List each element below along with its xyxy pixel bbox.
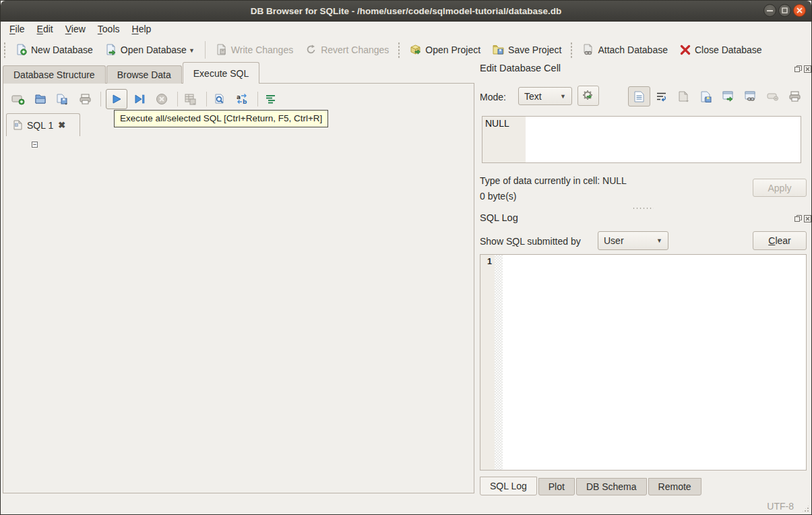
auto-mode-button[interactable]	[577, 86, 599, 106]
cell-toolbar	[628, 86, 806, 107]
float-panel-icon[interactable]	[794, 65, 802, 73]
export-data-icon[interactable]	[695, 86, 717, 107]
sql-file-icon	[13, 120, 22, 130]
sql-log-area[interactable]: 1	[480, 254, 807, 471]
sql-tab-label: SQL 1	[27, 120, 53, 131]
apply-button[interactable]: Apply	[753, 179, 807, 197]
dock-tab-plot[interactable]: Plot	[538, 478, 575, 495]
dock-tab-db-schema[interactable]: DB Schema	[576, 478, 647, 495]
open-database-icon	[105, 44, 117, 55]
execute-all-icon[interactable]	[106, 89, 127, 109]
cell-size-info: 0 byte(s)	[480, 191, 516, 202]
menu-edit[interactable]: Edit	[31, 22, 59, 36]
write-changes-button[interactable]: Write Changes	[210, 41, 299, 58]
encoding-status: UTF-8	[767, 501, 794, 512]
close-database-button[interactable]: Close Database	[674, 42, 768, 58]
close-panel-icon[interactable]	[804, 215, 811, 222]
sql-tab-close-icon[interactable]: ✖	[58, 120, 65, 130]
save-project-icon	[493, 44, 504, 55]
close-button[interactable]	[793, 4, 806, 17]
toolbar-drag-handle[interactable]	[570, 42, 573, 58]
chevron-down-icon: ▼	[560, 93, 566, 100]
open-sql-file-icon[interactable]	[32, 91, 49, 107]
main-view-tabs: Database Structure Browse Data Execute S…	[3, 63, 260, 84]
minimize-button[interactable]	[763, 4, 776, 17]
tab-browse-data[interactable]: Browse Data	[106, 65, 182, 84]
attach-database-button[interactable]: Attach Database	[576, 41, 674, 58]
menu-file[interactable]: File	[3, 22, 31, 36]
sql-log-title: SQL Log	[480, 212, 518, 223]
edit-cell-dock-buttons	[794, 65, 811, 73]
sql-toolbar-separator	[257, 92, 258, 107]
dock-tabs: SQL Log Plot DB Schema Remote	[480, 478, 703, 495]
close-database-icon	[680, 44, 691, 55]
dock-tab-sql-log[interactable]: SQL Log	[480, 477, 537, 495]
mode-combobox[interactable]: Text▼	[518, 87, 572, 105]
open-database-button[interactable]: Open Database ▼	[99, 41, 201, 58]
toolbar-drag-handle[interactable]	[3, 42, 7, 58]
fold-collapse-icon[interactable]: −	[32, 142, 38, 148]
sql-log-dock-buttons	[794, 215, 811, 222]
save-project-button[interactable]: Save Project	[487, 41, 567, 58]
float-panel-icon[interactable]	[794, 215, 802, 222]
stop-icon[interactable]	[154, 91, 170, 107]
log-fold-margin	[495, 255, 503, 470]
menu-view[interactable]: View	[59, 22, 92, 36]
cell-value-editor[interactable]: NULL	[482, 116, 801, 163]
execute-sql-pane	[3, 83, 474, 493]
import-data-icon[interactable]	[673, 86, 695, 107]
cell-value: NULL	[485, 118, 509, 129]
dock-tab-remote[interactable]: Remote	[648, 478, 701, 495]
maximize-icon	[782, 7, 788, 13]
text-mode-icon[interactable]	[628, 86, 650, 107]
attach-database-icon	[582, 44, 594, 55]
maximize-button[interactable]	[778, 4, 791, 17]
toolbar-drag-handle[interactable]	[398, 42, 401, 58]
window-title: DB Browser for SQLite - /home/user/code/…	[251, 6, 561, 16]
menubar: File Edit View Tools Help	[1, 21, 811, 37]
dock-panels-splitter[interactable]	[632, 207, 654, 210]
sql-toolbar-separator	[100, 92, 101, 107]
save-results-icon[interactable]	[183, 91, 199, 107]
titlebar[interactable]: DB Browser for SQLite - /home/user/code/…	[1, 1, 811, 22]
close-icon	[797, 7, 803, 13]
revert-changes-icon	[305, 44, 317, 55]
open-project-icon	[410, 44, 421, 55]
tab-execute-sql[interactable]: Execute SQL	[183, 62, 260, 84]
open-database-dropdown-arrow[interactable]: ▼	[189, 47, 195, 55]
open-external-icon[interactable]	[717, 86, 739, 107]
find-icon[interactable]	[212, 91, 228, 107]
new-sql-tab-icon[interactable]	[10, 91, 26, 107]
db-browser-window: DB Browser for SQLite - /home/user/code/…	[0, 0, 812, 515]
print-icon[interactable]	[77, 91, 93, 107]
word-wrap-icon[interactable]	[650, 86, 673, 107]
edit-cell-title: Edit Database Cell	[480, 63, 561, 73]
sql-toolbar-separator	[206, 92, 207, 107]
format-sql-icon[interactable]	[263, 91, 279, 107]
minimize-icon	[767, 7, 773, 13]
svg-text:b: b	[243, 98, 247, 105]
print-cell-icon[interactable]	[784, 86, 806, 107]
cell-type-info: Type of data currently in cell: NULL	[480, 175, 627, 186]
set-null-icon[interactable]	[761, 86, 784, 107]
chevron-down-icon: ▼	[656, 237, 662, 244]
copy-link-icon[interactable]	[739, 86, 761, 107]
log-filter-combobox[interactable]: User▼	[598, 231, 668, 250]
write-changes-icon	[216, 44, 227, 55]
menu-tools[interactable]: Tools	[92, 22, 126, 36]
show-sql-label: Show SQL submitted by	[480, 236, 581, 247]
svg-text:a: a	[237, 94, 241, 100]
menu-help[interactable]: Help	[126, 22, 158, 36]
auto-switch-icon	[582, 90, 594, 102]
sql-document-tab[interactable]: SQL 1 ✖	[6, 113, 80, 136]
clear-log-button[interactable]: Clear	[753, 231, 807, 250]
execute-line-icon[interactable]	[131, 91, 148, 107]
open-project-button[interactable]: Open Project	[404, 41, 487, 58]
revert-changes-button[interactable]: Revert Changes	[299, 41, 395, 58]
find-replace-icon[interactable]: a b	[234, 91, 250, 107]
new-database-button[interactable]: New Database	[9, 41, 99, 58]
resize-grip-icon[interactable]	[801, 504, 810, 513]
close-panel-icon[interactable]	[804, 65, 811, 73]
save-sql-file-icon[interactable]	[55, 91, 71, 107]
tab-database-structure[interactable]: Database Structure	[3, 65, 106, 84]
